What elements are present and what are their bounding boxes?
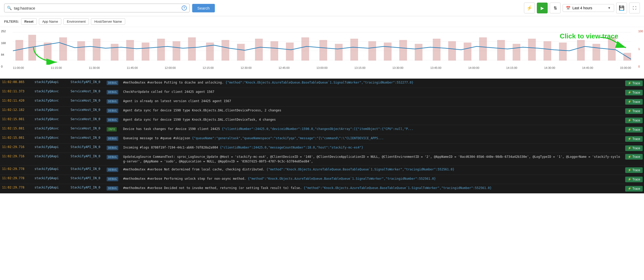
x-label-13: 14:15:00 — [506, 66, 517, 69]
log-host: ServiceHost_IN_0 — [70, 106, 106, 116]
log-timestamp: 11:02:15.081 — [0, 116, 33, 125]
log-level: DEBUG — [106, 97, 121, 106]
x-label-2: 11:30:00 — [89, 66, 100, 69]
svg-rect-8 — [59, 37, 67, 61]
log-trace-btn-cell: ⚡ Trace — [624, 116, 644, 125]
save-btn[interactable]: 💾 — [616, 3, 627, 13]
table-row: 11:02:08.865 stackifyQAapi StackifyAPI_I… — [0, 79, 644, 88]
trace-button[interactable]: ⚡ Trace — [625, 136, 643, 142]
log-timestamp: 11:02:29.778 — [0, 184, 33, 193]
log-host: StackifyAPI_IN_0 — [70, 153, 106, 160]
host-server-filter-btn[interactable]: Host/Server Name — [91, 18, 125, 25]
log-trace-btn-cell: ⚡ Trace — [624, 106, 644, 116]
x-label-8: 13:00:00 — [317, 66, 328, 69]
search-button[interactable]: Search — [192, 4, 215, 12]
lightning-icon: ⚡ — [628, 137, 631, 141]
expand-btn[interactable]: ⛶ — [629, 3, 640, 13]
table-row: 11:02:15.081 stackifyQAsvc ServiceHost_I… — [0, 116, 644, 125]
environment-filter-btn[interactable]: Environment — [63, 18, 89, 25]
svg-rect-10 — [93, 39, 100, 61]
log-app: stackifyQAsvc — [33, 97, 70, 106]
x-label-14: 14:30:00 — [544, 66, 555, 69]
log-message: Device has task changes for device 1590 … — [121, 125, 624, 134]
trace-button[interactable]: ⚡ Trace — [625, 154, 643, 160]
svg-rect-14 — [157, 39, 165, 61]
x-label-9: 13:15:00 — [354, 66, 366, 69]
trace-button[interactable]: ⚡ Trace — [625, 177, 643, 182]
time-range-selector[interactable]: 📅 Last 4 hours ▼ — [563, 4, 614, 12]
x-label-12: 14:00:00 — [468, 66, 479, 69]
lightning-btn[interactable]: ⚡ — [524, 3, 535, 13]
log-trace-btn-cell: ⚡ Trace — [624, 166, 644, 175]
log-app: stackifyQAapi — [33, 79, 70, 88]
log-message: Queueing message to #queue #skipjson {"q… — [121, 134, 624, 143]
help-icon[interactable]: ? — [182, 5, 187, 11]
log-message: #methodmutex #verbose Performing unlock … — [121, 175, 624, 184]
log-message: Agent data sync for device 1590 type Kno… — [121, 116, 624, 125]
log-app: stackifyQAapi — [33, 184, 70, 193]
svg-rect-22 — [286, 43, 294, 61]
app-name-filter-btn[interactable]: App Name — [39, 18, 61, 25]
log-trace-btn-cell: ⚡ Trace — [624, 153, 644, 161]
svg-rect-30 — [415, 44, 422, 61]
svg-rect-16 — [188, 37, 196, 61]
reset-filter-btn[interactable]: Reset — [21, 18, 37, 25]
lightning-icon: ⚡ — [628, 91, 631, 94]
toolbar-icons: ⚡ ▶ ⇅ 📅 Last 4 hours ▼ 💾 ⛶ — [524, 3, 640, 13]
log-trace-btn-cell: ⚡ Trace — [624, 97, 644, 106]
log-app: stackifyQAsvc — [33, 134, 70, 143]
trace-button[interactable]: ⚡ Trace — [625, 80, 643, 86]
log-message: UpdateLogSource CommandText: sproc_LogSo… — [121, 153, 624, 165]
x-label-1: 11:15:00 — [51, 66, 62, 69]
svg-rect-33 — [464, 43, 471, 61]
svg-rect-11 — [111, 44, 118, 61]
log-trace-btn-cell: ⚡ Trace — [624, 125, 644, 134]
play-btn[interactable]: ▶ — [537, 3, 548, 13]
log-timestamp: 11:02:29.716 — [0, 144, 33, 153]
log-trace-btn-cell: ⚡ Trace — [624, 134, 644, 143]
trace-button[interactable]: ⚡ Trace — [625, 90, 643, 95]
search-box: 🔍 tag:hastrace ? — [4, 4, 190, 12]
filters-bar: FILTERS: Reset App Name Environment Host… — [0, 16, 644, 27]
log-message: #methodmutex #verbose Decided not to inv… — [121, 184, 624, 193]
lightning-icon: ⚡ — [628, 146, 631, 150]
trace-button[interactable]: ⚡ Trace — [625, 99, 643, 105]
log-app: stackifyQAapi — [33, 166, 70, 175]
trace-button[interactable]: ⚡ Trace — [625, 186, 643, 192]
search-input[interactable]: tag:hastrace — [14, 6, 180, 10]
log-trace-btn-cell: ⚡ Trace — [624, 79, 644, 88]
trace-button[interactable]: ⚡ Trace — [625, 108, 643, 114]
svg-rect-9 — [77, 41, 85, 61]
chart-y-left-axis: 252 168 84 0 — [1, 27, 6, 71]
trace-button[interactable]: ⚡ Trace — [625, 145, 643, 151]
trace-button[interactable]: ⚡ Trace — [625, 127, 643, 133]
chevron-down-icon: ▼ — [608, 6, 611, 10]
trace-button[interactable]: ⚡ Trace — [625, 167, 643, 173]
table-row: 11:02:29.778 stackifyQAapi StackifyAPI_I… — [0, 166, 644, 175]
log-timestamp: 11:02:08.865 — [0, 79, 33, 88]
svg-rect-26 — [350, 39, 358, 61]
lightning-icon: ⚡ — [628, 81, 631, 85]
log-level: DEBUG — [106, 166, 121, 175]
log-message: Incoming #logs 8708f19f-7194-44c1-ab66-7… — [121, 144, 624, 153]
filters-label: FILTERS: — [4, 20, 19, 23]
svg-rect-13 — [142, 43, 149, 61]
log-timestamp: 11:02:12.182 — [0, 106, 33, 116]
trace-button[interactable]: ⚡ Trace — [625, 118, 643, 123]
y-left-mid2: 84 — [1, 53, 6, 56]
sort-btn[interactable]: ⇅ — [550, 3, 561, 13]
x-label-16: 15:00:00 — [620, 66, 631, 69]
svg-rect-37 — [528, 39, 536, 61]
log-level: DEBUG — [106, 106, 121, 116]
log-message: #methodmutex #verbose Not determined fro… — [121, 166, 624, 175]
svg-rect-20 — [255, 39, 263, 61]
svg-rect-39 — [559, 43, 567, 61]
log-trace-btn-cell: ⚡ Trace — [624, 144, 644, 153]
svg-rect-38 — [544, 41, 551, 61]
log-app: stackifyQAsvc — [33, 88, 70, 97]
svg-rect-19 — [237, 44, 245, 61]
chart-svg — [13, 30, 631, 66]
log-app: stackifyQAsvc — [33, 116, 70, 125]
log-message: #methodmutex #verbose Putting to dcache … — [121, 79, 624, 88]
sort-icon: ⇅ — [554, 6, 557, 11]
